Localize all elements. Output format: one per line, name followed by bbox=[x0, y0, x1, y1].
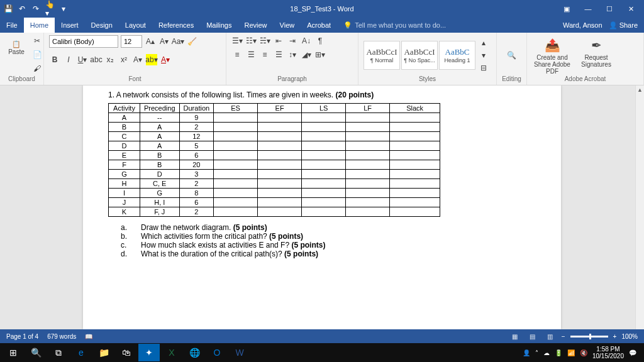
tab-references[interactable]: References bbox=[152, 18, 200, 33]
scroll-up-icon[interactable]: ▲ bbox=[636, 85, 644, 94]
font-color-icon[interactable]: A▾ bbox=[160, 54, 171, 65]
battery-icon[interactable]: 🔋 bbox=[555, 349, 562, 356]
document-page[interactable]: 1. A network consists of the following l… bbox=[83, 85, 561, 329]
style-normal[interactable]: AaBbCcI¶ Normal bbox=[364, 41, 400, 70]
align-center-icon[interactable]: ☰ bbox=[245, 49, 257, 60]
tab-design[interactable]: Design bbox=[85, 18, 119, 33]
change-case-icon[interactable]: Aa▾ bbox=[172, 36, 184, 47]
page-indicator[interactable]: Page 1 of 4 bbox=[6, 333, 38, 340]
excel-icon[interactable]: X bbox=[161, 344, 182, 361]
zoom-level[interactable]: 100% bbox=[621, 333, 638, 340]
store-icon[interactable]: 🛍 bbox=[116, 344, 137, 361]
copy-icon[interactable]: 📄 bbox=[31, 49, 43, 60]
shrink-font-icon[interactable]: A▾ bbox=[158, 36, 170, 47]
underline-icon[interactable]: U▾ bbox=[77, 54, 88, 65]
styles-down-icon[interactable]: ▾ bbox=[478, 50, 489, 61]
word-count[interactable]: 679 words bbox=[47, 333, 76, 340]
chrome-icon[interactable]: 🌐 bbox=[184, 344, 205, 361]
proofing-icon[interactable]: 📖 bbox=[85, 333, 92, 340]
task-view-icon[interactable]: ⧉ bbox=[48, 344, 69, 361]
redo-icon[interactable]: ↷ bbox=[31, 4, 40, 13]
table-row: CA12 bbox=[109, 132, 440, 141]
italic-icon[interactable]: I bbox=[63, 54, 74, 65]
borders-icon[interactable]: ⊞▾ bbox=[314, 49, 326, 60]
print-layout-icon[interactable]: ▤ bbox=[526, 331, 539, 341]
undo-icon[interactable]: ↶ bbox=[18, 4, 26, 13]
tab-file[interactable]: File bbox=[0, 18, 24, 33]
read-mode-icon[interactable]: ▦ bbox=[509, 331, 521, 341]
ribbon-options-icon[interactable]: ▣ bbox=[557, 0, 576, 18]
save-icon[interactable]: 💾 bbox=[4, 4, 13, 13]
notifications-icon[interactable]: 💬 bbox=[629, 349, 636, 356]
multilevel-icon[interactable]: ☵▾ bbox=[259, 35, 270, 47]
tab-home[interactable]: Home bbox=[24, 18, 55, 33]
pilcrow-icon[interactable]: ¶ bbox=[314, 35, 326, 47]
numbering-icon[interactable]: ☷▾ bbox=[245, 35, 257, 47]
paste-button[interactable]: 📋Paste bbox=[5, 35, 28, 60]
tab-view[interactable]: View bbox=[274, 18, 301, 33]
superscript-icon[interactable]: x² bbox=[118, 54, 130, 65]
bullets-icon[interactable]: ☰▾ bbox=[231, 35, 243, 47]
clock[interactable]: 1:58 PM 10/15/2020 bbox=[592, 346, 624, 359]
table-row: EB6 bbox=[109, 151, 440, 160]
people-icon[interactable]: 👤 bbox=[523, 349, 530, 356]
tab-mailings[interactable]: Mailings bbox=[200, 18, 238, 33]
table-header: LS bbox=[302, 104, 346, 113]
bold-icon[interactable]: B bbox=[49, 54, 60, 65]
style-heading1[interactable]: AaBbCHeading 1 bbox=[439, 41, 475, 70]
zoom-out-icon[interactable]: − bbox=[562, 333, 565, 340]
align-right-icon[interactable]: ≡ bbox=[259, 49, 270, 60]
clear-format-icon[interactable]: 🧹 bbox=[186, 36, 197, 47]
find-icon[interactable]: 🔍 bbox=[506, 50, 518, 61]
strike-icon[interactable]: abc bbox=[91, 54, 102, 65]
styles-up-icon[interactable]: ▴ bbox=[478, 37, 489, 48]
onedrive-icon[interactable]: ☁ bbox=[543, 349, 550, 356]
app-icon[interactable]: ✦ bbox=[138, 344, 160, 361]
zoom-in-icon[interactable]: + bbox=[613, 333, 617, 340]
tab-insert[interactable]: Insert bbox=[55, 18, 85, 33]
share-button[interactable]: 👤 Share bbox=[609, 21, 638, 30]
decrease-indent-icon[interactable]: ⇤ bbox=[273, 35, 284, 47]
search-icon[interactable]: 🔍 bbox=[25, 344, 47, 361]
font-size-select[interactable] bbox=[121, 35, 142, 48]
start-icon[interactable]: ⊞ bbox=[3, 344, 24, 361]
tell-me-search[interactable]: 💡 Tell me what you want to do... bbox=[337, 21, 446, 30]
text-effects-icon[interactable]: A▾ bbox=[132, 54, 143, 65]
user-name[interactable]: Ward, Anson bbox=[563, 21, 602, 29]
subscript-icon[interactable]: x₂ bbox=[104, 54, 116, 65]
maximize-icon[interactable]: ☐ bbox=[600, 0, 619, 18]
create-share-pdf-button[interactable]: 📤Create and Share Adobe PDF bbox=[532, 35, 572, 75]
justify-icon[interactable]: ☰ bbox=[273, 49, 284, 60]
tab-layout[interactable]: Layout bbox=[119, 18, 152, 33]
request-signatures-button[interactable]: ✒Request Signatures bbox=[576, 35, 616, 68]
shading-icon[interactable]: ◢▾ bbox=[301, 49, 312, 60]
tab-review[interactable]: Review bbox=[238, 18, 274, 33]
minimize-icon[interactable]: — bbox=[579, 0, 597, 18]
touch-icon[interactable]: 👆▾ bbox=[45, 4, 54, 13]
line-spacing-icon[interactable]: ↕▾ bbox=[287, 49, 298, 60]
align-left-icon[interactable]: ≡ bbox=[231, 49, 243, 60]
tab-acrobat[interactable]: Acrobat bbox=[301, 18, 337, 33]
vertical-scrollbar[interactable]: ▲ bbox=[635, 85, 644, 329]
explorer-icon[interactable]: 📁 bbox=[93, 344, 114, 361]
outlook-icon[interactable]: O bbox=[206, 344, 228, 361]
signature-icon: ✒ bbox=[591, 38, 602, 53]
zoom-slider[interactable] bbox=[570, 336, 608, 337]
style-nospacing[interactable]: AaBbCcI¶ No Spac... bbox=[401, 41, 438, 70]
font-name-select[interactable] bbox=[49, 35, 118, 48]
grow-font-icon[interactable]: A▴ bbox=[145, 36, 156, 47]
qat-more-icon[interactable]: ▾ bbox=[59, 4, 68, 13]
edge-icon[interactable]: e bbox=[70, 344, 92, 361]
close-icon[interactable]: ✕ bbox=[621, 0, 640, 18]
volume-icon[interactable]: 🔇 bbox=[580, 349, 587, 356]
cut-icon[interactable]: ✂ bbox=[31, 35, 43, 47]
wifi-icon[interactable]: 📶 bbox=[567, 349, 575, 356]
styles-more-icon[interactable]: ⊟ bbox=[478, 62, 489, 74]
sort-icon[interactable]: A↓ bbox=[301, 35, 312, 47]
format-painter-icon[interactable]: 🖌 bbox=[31, 63, 43, 74]
highlight-icon[interactable]: ab▾ bbox=[146, 54, 157, 65]
web-layout-icon[interactable]: ▥ bbox=[544, 331, 557, 341]
tray-up-icon[interactable]: ˄ bbox=[535, 349, 538, 356]
increase-indent-icon[interactable]: ⇥ bbox=[287, 35, 298, 47]
word-icon[interactable]: W bbox=[229, 344, 250, 361]
